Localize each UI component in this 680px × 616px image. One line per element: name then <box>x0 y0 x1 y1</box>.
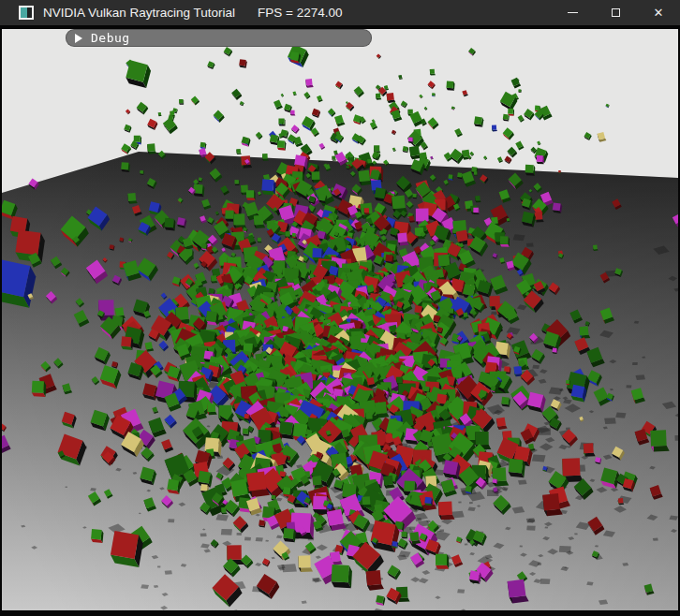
app-window: NVIDIA Vulkan Raytracing Tutorial FPS = … <box>0 0 680 616</box>
app-window-icon <box>19 6 34 20</box>
render-canvas[interactable] <box>2 29 678 610</box>
minimize-icon <box>568 12 578 13</box>
caption-buttons: ✕ <box>551 0 680 25</box>
app-icon-right-pane <box>27 7 32 18</box>
render-viewport: Debug <box>0 25 680 616</box>
debug-panel-title: Debug <box>91 31 130 45</box>
app-icon-left-pane <box>21 7 27 18</box>
debug-panel-header[interactable]: Debug <box>66 29 372 47</box>
close-button[interactable]: ✕ <box>637 0 680 25</box>
minimize-button[interactable] <box>551 0 594 25</box>
title-bar: NVIDIA Vulkan Raytracing Tutorial FPS = … <box>0 0 680 25</box>
collapse-arrow-icon[interactable] <box>75 34 82 43</box>
close-icon: ✕ <box>654 7 664 19</box>
fps-counter: FPS = 2274.00 <box>258 6 342 20</box>
window-title: NVIDIA Vulkan Raytracing Tutorial <box>43 6 235 20</box>
maximize-icon <box>612 8 620 17</box>
maximize-button[interactable] <box>594 0 637 25</box>
